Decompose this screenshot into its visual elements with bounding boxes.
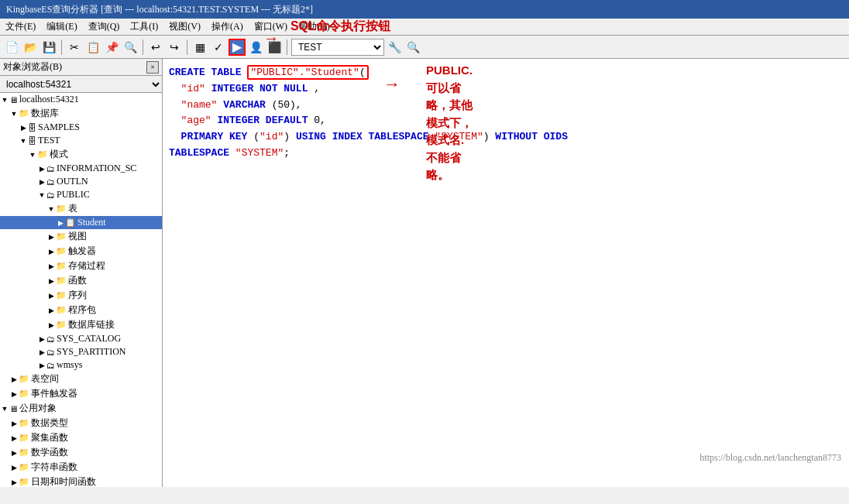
expand-public-obj[interactable]: ▼ [0, 405, 9, 413]
tablespace-label: 表空间 [31, 372, 59, 386]
triggers-label: 触发器 [68, 245, 96, 258]
toolbar-cut-btn[interactable]: ✂ [66, 39, 83, 56]
expand-str-funcs[interactable]: ▶ [9, 464, 19, 471]
expand-agg-funcs[interactable]: ▶ [9, 434, 19, 442]
tables-folder-icon: 📁 [56, 204, 67, 214]
expand-views[interactable]: ▶ [46, 233, 56, 241]
expand-procedures[interactable]: ▶ [46, 262, 56, 270]
datatypes-icon: 📁 [19, 418, 29, 428]
expand-event-trigger[interactable]: ▶ [9, 390, 19, 398]
expand-student[interactable]: ▶ [56, 219, 65, 227]
toolbar-new-btn[interactable]: 📄 [3, 39, 20, 56]
tree-item-math-funcs[interactable]: ▶ 📁 数学函数 [0, 445, 162, 460]
tree-item-public-obj[interactable]: ▼ 🖥 公用对象 [0, 401, 162, 416]
expand-public[interactable]: ▼ [37, 191, 46, 199]
toolbar-db-btn2[interactable]: 🔍 [404, 39, 421, 56]
tree-item-agg-funcs[interactable]: ▶ 📁 聚集函数 [0, 430, 162, 445]
run-button[interactable]: ▶ [229, 39, 246, 56]
tree-item-triggers[interactable]: ▶ 📁 触发器 [0, 244, 162, 259]
schema-folder-icon: 📁 [37, 149, 48, 159]
tree-container[interactable]: ▼ 🖥 localhost:54321 ▼ 📁 数据库 ▶ 🗄 SAMPLES … [0, 93, 162, 487]
tree-item-database-folder[interactable]: ▼ 📁 数据库 [0, 106, 162, 121]
tree-item-information-sc[interactable]: ▶ 🗂 INFORMATION_SC [0, 162, 162, 175]
connection-selector[interactable]: localhost:54321 [0, 76, 162, 93]
menu-window[interactable]: 窗口(W) [252, 19, 290, 34]
tree-item-datatypes[interactable]: ▶ 📁 数据类型 [0, 416, 162, 430]
toolbar-open-btn[interactable]: 📂 [22, 39, 39, 56]
tree-item-conn[interactable]: ▼ 🖥 localhost:54321 [0, 93, 162, 106]
menu-help[interactable]: 帮助(H) [296, 19, 332, 34]
expand-info-sc[interactable]: ▶ [37, 165, 46, 173]
expand-tablespace[interactable]: ▶ [9, 375, 19, 383]
student-icon: 📋 [65, 218, 76, 228]
expand-tables[interactable]: ▼ [46, 205, 56, 213]
main-layout: 对象浏览器(B) × localhost:54321 ▼ 🖥 localhost… [0, 59, 849, 487]
toolbar-layout-btn[interactable]: ⬛ [266, 39, 283, 56]
expand-sys-partition[interactable]: ▶ [37, 348, 46, 356]
tree-item-sys-partition[interactable]: ▶ 🗂 SYS_PARTITION [0, 345, 162, 358]
expand-triggers[interactable]: ▶ [46, 248, 56, 255]
expand-math-funcs[interactable]: ▶ [9, 449, 19, 457]
toolbar-check-btn[interactable]: ✓ [210, 39, 227, 56]
menu-file[interactable]: 文件(E) [3, 19, 38, 34]
toolbar-db-btn1[interactable]: 🔧 [386, 39, 403, 56]
toolbar-paste-btn[interactable]: 📌 [103, 39, 120, 56]
expand-sys-catalog[interactable]: ▶ [37, 335, 46, 343]
sql-content[interactable]: CREATE TABLE "PUBLIC"."Student"( "id" IN… [163, 59, 849, 168]
tree-item-outln[interactable]: ▶ 🗂 OUTLN [0, 175, 162, 188]
menu-tools[interactable]: 工具(I) [128, 19, 160, 34]
expand-outln[interactable]: ▶ [37, 178, 46, 186]
watermark: https://blog.csdn.net/lanchengtan8773 [699, 452, 841, 464]
tree-item-dblinks[interactable]: ▶ 📁 数据库链接 [0, 317, 162, 332]
object-browser: 对象浏览器(B) × localhost:54321 ▼ 🖥 localhost… [0, 59, 163, 487]
expand-datatypes[interactable]: ▶ [9, 420, 19, 427]
tree-item-test[interactable]: ▼ 🗄 TEST [0, 134, 162, 147]
toolbar-redo-btn[interactable]: ↪ [166, 39, 183, 56]
toolbar-undo-btn[interactable]: ↩ [147, 39, 164, 56]
tree-item-datetime-funcs[interactable]: ▶ 📁 日期和时间函数 [0, 475, 162, 487]
public-icon: 🗂 [46, 190, 55, 200]
tree-item-public[interactable]: ▼ 🗂 PUBLIC [0, 188, 162, 201]
toolbar-find-btn[interactable]: 🔍 [122, 39, 139, 56]
tree-item-wmsys[interactable]: ▶ 🗂 wmsys [0, 358, 162, 372]
title-text: KingbaseES查询分析器 [查询 --- localhost:54321.… [6, 3, 313, 16]
sql-editor[interactable]: CREATE TABLE "PUBLIC"."Student"( "id" IN… [163, 59, 849, 487]
tree-item-functions[interactable]: ▶ 📁 函数 [0, 273, 162, 288]
tree-item-schema-folder[interactable]: ▼ 📁 模式 [0, 147, 162, 162]
samples-icon: 🗄 [28, 123, 36, 132]
tree-item-views[interactable]: ▶ 📁 视图 [0, 229, 162, 244]
expand-db-folder[interactable]: ▼ [9, 110, 19, 118]
expand-dblinks[interactable]: ▶ [46, 321, 56, 329]
tree-item-sys-catalog[interactable]: ▶ 🗂 SYS_CATALOG [0, 332, 162, 345]
tree-item-samples[interactable]: ▶ 🗄 SAMPLES [0, 121, 162, 134]
db-selector[interactable]: TEST [291, 39, 384, 56]
toolbar-save-btn[interactable]: 💾 [40, 39, 57, 56]
tree-item-tables-folder[interactable]: ▼ 📁 表 [0, 201, 162, 216]
menu-actions[interactable]: 操作(A) [209, 19, 246, 34]
datetime-funcs-icon: 📁 [19, 477, 29, 487]
menu-view[interactable]: 视图(V) [167, 19, 203, 34]
expand-functions[interactable]: ▶ [46, 277, 56, 285]
object-browser-close[interactable]: × [146, 61, 159, 74]
tree-item-procedures[interactable]: ▶ 📁 存储过程 [0, 259, 162, 273]
expand-conn[interactable]: ▼ [0, 96, 9, 104]
expand-schema-folder[interactable]: ▼ [28, 151, 37, 159]
tree-item-tablespace[interactable]: ▶ 📁 表空间 [0, 372, 162, 386]
expand-sequences[interactable]: ▶ [46, 292, 56, 300]
expand-packages[interactable]: ▶ [46, 307, 56, 314]
tree-item-sequences[interactable]: ▶ 📁 序列 [0, 288, 162, 303]
tree-item-packages[interactable]: ▶ 📁 程序包 [0, 303, 162, 317]
expand-wmsys[interactable]: ▶ [37, 362, 46, 369]
toolbar-grid-btn[interactable]: ▦ [191, 39, 208, 56]
wmsys-label: wmsys [57, 359, 82, 371]
tree-item-student[interactable]: ▶ 📋 Student [0, 216, 162, 229]
tree-item-str-funcs[interactable]: ▶ 📁 字符串函数 [0, 460, 162, 475]
stop-button[interactable]: 👤 [247, 39, 264, 56]
expand-samples[interactable]: ▶ [19, 124, 28, 132]
expand-datetime-funcs[interactable]: ▶ [9, 478, 19, 486]
tree-item-event-trigger[interactable]: ▶ 📁 事件触发器 [0, 386, 162, 401]
toolbar-copy-btn[interactable]: 📋 [84, 39, 101, 56]
menu-query[interactable]: 查询(Q) [86, 19, 122, 34]
menu-edit[interactable]: 编辑(E) [44, 19, 79, 34]
expand-test[interactable]: ▼ [19, 137, 28, 145]
